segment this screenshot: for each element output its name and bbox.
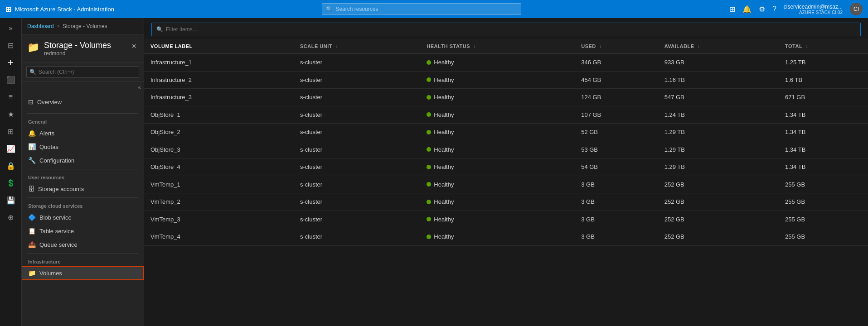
avatar[interactable]: CI xyxy=(850,3,863,15)
main-layout: » ⊟ + ⬛ ≡ ★ ⊞ 📈 🔒 💲 💾 ⊕ Dashboard > Stor… xyxy=(0,18,868,326)
breadcrumb: Dashboard > Storage - Volumes xyxy=(22,18,144,34)
nav-icon-storage[interactable]: 💾 xyxy=(2,192,20,208)
col-used[interactable]: USED ↕ xyxy=(575,39,658,54)
table-row[interactable]: Infrastructure_1s-clusterHealthy346 GB93… xyxy=(144,54,868,72)
col-total[interactable]: TOTAL ↕ xyxy=(779,39,868,54)
nav-item-storage-accounts[interactable]: 🗄 Storage accounts xyxy=(22,182,144,196)
table-row[interactable]: ObjStore_2s-clusterHealthy52 GB1.29 TB1.… xyxy=(144,124,868,141)
nav-item-overview[interactable]: ⊟ Overview xyxy=(22,95,144,109)
collapse-button[interactable]: « xyxy=(22,82,144,92)
cell-health-status: Healthy xyxy=(420,228,575,246)
topbar-right-area: ⊞ 🔔 ⚙ ? ciserviceadmin@msaz... AZURE STA… xyxy=(729,3,863,15)
table-body: Infrastructure_1s-clusterHealthy346 GB93… xyxy=(144,54,868,246)
filter-icon: 🔍 xyxy=(156,26,163,33)
cell-volume-label: Infrastructure_1 xyxy=(144,54,294,72)
cell-scale-unit: s-cluster xyxy=(294,141,420,158)
cell-total: 1.34 TB xyxy=(779,141,868,158)
col-available[interactable]: AVAILABLE ↕ xyxy=(658,39,779,54)
col-available-text: AVAILABLE xyxy=(664,43,694,49)
cell-scale-unit: s-cluster xyxy=(294,54,420,72)
cell-used: 454 GB xyxy=(575,71,658,89)
filter-input[interactable] xyxy=(166,26,856,33)
cell-used: 3 GB xyxy=(575,176,658,193)
table-row[interactable]: VmTemp_1s-clusterHealthy3 GB252 GB255 GB xyxy=(144,176,868,193)
health-label: Healthy xyxy=(434,216,454,223)
cell-health-status: Healthy xyxy=(420,71,575,89)
health-label: Healthy xyxy=(434,233,454,240)
filter-bar: 🔍 xyxy=(151,23,861,36)
bell-icon[interactable]: 🔔 xyxy=(742,5,752,14)
col-volume-label-text: VOLUME LABEL xyxy=(150,43,193,49)
cell-total: 1.6 TB xyxy=(779,71,868,89)
nav-divider-3 xyxy=(27,197,138,198)
user-subscription: AZURE STACK CI 02 xyxy=(799,10,843,15)
nav-item-configuration[interactable]: 🔧 Configuration xyxy=(22,153,144,167)
cell-volume-label: Infrastructure_2 xyxy=(144,71,294,89)
health-label: Healthy xyxy=(434,146,454,153)
health-dot xyxy=(427,200,431,204)
nav-icon-security[interactable]: 🔒 xyxy=(2,158,20,174)
table-row[interactable]: Infrastructure_2s-clusterHealthy454 GB1.… xyxy=(144,71,868,89)
nav-icon-all-resources[interactable]: ≡ xyxy=(2,89,20,105)
health-dot xyxy=(427,130,431,134)
volumes-table: VOLUME LABEL ↑ SCALE UNIT ↕ HEALTH STATU… xyxy=(144,39,868,246)
table-row[interactable]: VmTemp_4s-clusterHealthy3 GB252 GB255 GB xyxy=(144,228,868,246)
health-label: Healthy xyxy=(434,198,454,205)
table-row[interactable]: ObjStore_3s-clusterHealthy53 GB1.29 TB1.… xyxy=(144,141,868,158)
cell-health-status: Healthy xyxy=(420,193,575,211)
cell-total: 1.34 TB xyxy=(779,158,868,176)
nav-item-quotas[interactable]: 📊 Quotas xyxy=(22,140,144,153)
health-label: Healthy xyxy=(434,77,454,83)
nav-item-blob-service[interactable]: 🔷 Blob service xyxy=(22,211,144,224)
health-label: Healthy xyxy=(434,163,454,170)
health-dot xyxy=(427,95,431,100)
col-used-text: USED xyxy=(581,43,596,49)
cell-health-status: Healthy xyxy=(420,211,575,228)
cell-volume-label: Infrastructure_3 xyxy=(144,89,294,106)
nav-icon-monitor[interactable]: 📈 xyxy=(2,140,20,157)
expand-sidebar-button[interactable]: » xyxy=(2,20,20,36)
nav-section-cloud-services-label: Storage cloud services xyxy=(22,200,144,211)
nav-icon-grid[interactable]: ⊞ xyxy=(2,123,20,139)
table-row[interactable]: VmTemp_2s-clusterHealthy3 GB252 GB255 GB xyxy=(144,193,868,211)
nav-icon-dashboard[interactable]: ⬛ xyxy=(2,72,20,88)
nav-item-table-service[interactable]: 📋 Table service xyxy=(22,224,144,238)
health-dot xyxy=(427,217,431,221)
sort-icon-total: ↕ xyxy=(806,44,809,49)
nav-icon-home[interactable]: ⊟ xyxy=(2,37,20,53)
nav-item-volumes[interactable]: 📁 Volumes xyxy=(22,266,144,280)
cell-volume-label: ObjStore_2 xyxy=(144,124,294,141)
help-icon[interactable]: ? xyxy=(772,5,776,13)
nav-item-queue-service[interactable]: 📤 Queue service xyxy=(22,238,144,251)
cell-used: 107 GB xyxy=(575,106,658,124)
nav-icon-cost[interactable]: 💲 xyxy=(2,175,20,191)
nav-item-alerts[interactable]: 🔔 Alerts xyxy=(22,126,144,140)
panel-title-block: Storage - Volumes redmond xyxy=(44,41,111,57)
nav-icon-favorites[interactable]: ★ xyxy=(2,106,20,122)
cell-available: 933 GB xyxy=(658,54,779,72)
close-button[interactable]: × xyxy=(130,41,138,52)
nav-search-input[interactable] xyxy=(26,66,139,78)
col-scale-unit-text: SCALE UNIT xyxy=(300,43,332,49)
table-row[interactable]: ObjStore_1s-clusterHealthy107 GB1.24 TB1… xyxy=(144,106,868,124)
health-dot xyxy=(427,147,431,152)
col-health-status[interactable]: HEALTH STATUS ↕ xyxy=(420,39,575,54)
ms-logo: ⊞ xyxy=(5,5,11,14)
global-search-box[interactable]: 🔍 Search resources xyxy=(322,3,521,15)
table-row[interactable]: ObjStore_4s-clusterHealthy54 GB1.29 TB1.… xyxy=(144,158,868,176)
table-row[interactable]: VmTemp_3s-clusterHealthy3 GB252 GB255 GB xyxy=(144,211,868,228)
col-volume-label[interactable]: VOLUME LABEL ↑ xyxy=(144,39,294,54)
overview-icon: ⊟ xyxy=(28,98,34,105)
table-row[interactable]: Infrastructure_3s-clusterHealthy124 GB54… xyxy=(144,89,868,106)
nav-icon-extensions[interactable]: ⊕ xyxy=(2,209,20,225)
blob-icon: 🔷 xyxy=(28,214,36,221)
breadcrumb-dashboard[interactable]: Dashboard xyxy=(27,23,54,29)
portal-icon[interactable]: ⊞ xyxy=(729,5,735,14)
cell-used: 3 GB xyxy=(575,193,658,211)
breadcrumb-current: Storage - Volumes xyxy=(63,23,107,29)
nav-icon-create[interactable]: + xyxy=(2,54,20,71)
col-scale-unit[interactable]: SCALE UNIT ↕ xyxy=(294,39,420,54)
settings-icon[interactable]: ⚙ xyxy=(759,5,765,14)
health-label: Healthy xyxy=(434,181,454,188)
cell-available: 252 GB xyxy=(658,211,779,228)
